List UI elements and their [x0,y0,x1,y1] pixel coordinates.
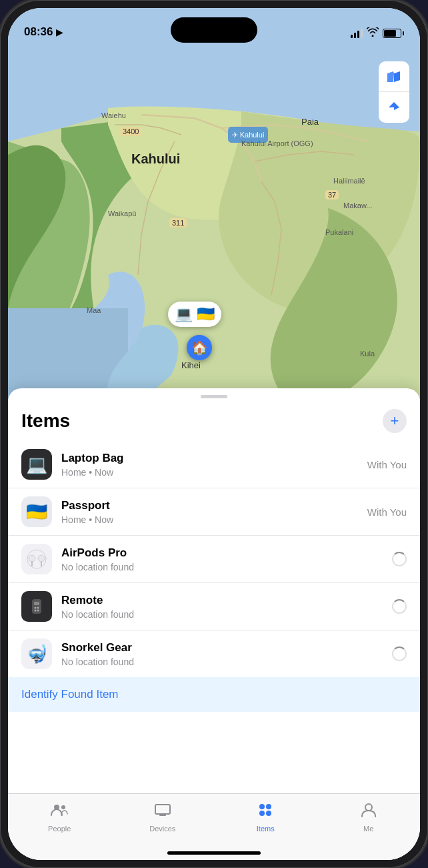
tab-bar: People Devices [8,793,420,860]
map-view-icon [387,69,401,84]
map-label-paia: Paia [301,117,319,127]
map-label-maa: Maa [87,306,101,314]
tab-devices[interactable]: Devices [111,801,215,833]
snorkel-spinner [392,646,407,661]
passport-info: Passport Home • Now [61,498,367,525]
item-row-remote[interactable]: Remote No location found [8,583,420,630]
sheet-title: Items [21,410,70,432]
map-cluster-marker[interactable]: 💻 🇺🇦 [168,302,221,327]
svg-point-26 [365,804,372,811]
svg-point-25 [266,811,271,816]
tab-items[interactable]: Items [214,801,317,833]
phone-frame: 08:36 ▶ [0,0,428,868]
item-row-snorkel[interactable]: 🤿 Snorkel Gear No location found [8,630,420,677]
item-row-laptop-bag[interactable]: 💻 Laptop Bag Home • Now With You [8,441,420,488]
passport-marker-icon: 🇺🇦 [197,306,215,323]
dynamic-island [171,17,257,43]
devices-tab-icon [153,801,172,822]
map-view-button[interactable] [379,61,409,92]
map-label-3400: 3400 [120,127,141,136]
remote-location: No location found [61,609,392,620]
airpods-location: No location found [61,562,392,572]
signal-bars [351,29,363,38]
svg-point-8 [38,555,45,562]
laptop-bag-info: Laptop Bag Home • Now [61,451,367,478]
laptop-bag-location: Home • Now [61,467,367,478]
svg-point-16 [37,610,39,612]
wifi-icon [367,27,379,39]
home-icon: 🏠 [191,340,208,356]
remote-spinner [392,599,407,614]
location-arrow-icon [387,101,401,114]
passport-name: Passport [61,498,367,513]
items-tab-icon [256,801,275,822]
identify-section: Identify Found Item [8,677,420,712]
svg-point-15 [35,610,37,612]
location-button[interactable] [379,92,409,123]
snorkel-name: Snorkel Gear [61,640,392,655]
signal-bar-4 [361,29,363,38]
status-time: 08:36 ▶ [24,25,63,39]
remote-info: Remote No location found [61,593,392,620]
people-tab-icon [50,801,69,822]
map-label-makawao: Makaw... [343,201,372,209]
signal-bar-3 [357,31,359,38]
svg-rect-12 [34,602,39,605]
map-controls [379,61,409,123]
me-tab-icon [359,801,378,822]
airpods-spinner [392,552,407,566]
map-label-waiehu: Waiehu [101,111,126,119]
devices-tab-label: Devices [149,825,175,833]
svg-point-23 [266,804,271,809]
location-arrow-icon: ▶ [56,27,63,37]
map-label-kahului: Kahului [131,151,180,167]
add-button-icon: + [391,412,399,430]
passport-icon: 🇺🇦 [21,496,52,527]
svg-point-18 [61,805,65,809]
svg-rect-11 [32,599,41,614]
airpods-info: AirPods Pro No location found [61,546,392,572]
laptop-bag-icon: 💻 [21,449,52,480]
laptop-bag-name: Laptop Bag [61,451,367,466]
phone-screen: 08:36 ▶ [8,8,420,860]
map-label-haliimaile: Haliimailē [333,177,365,185]
airpods-name: AirPods Pro [61,546,392,560]
laptop-bag-marker-icon: 💻 [175,306,193,323]
map-area: ✈ Kahului Waiehu 3400 Kahului Kahului Ai… [8,8,420,402]
passport-status: With You [367,506,407,518]
airpods-icon [21,544,52,574]
status-icons [351,27,404,39]
map-label-311: 311 [169,218,187,228]
items-list: 💻 Laptop Bag Home • Now With You 🇺🇦 Pass… [8,441,420,677]
svg-point-24 [259,811,265,816]
home-bar [167,851,261,855]
map-label-pukalani: Pukalani [325,228,353,236]
snorkel-info: Snorkel Gear No location found [61,640,392,667]
identify-found-item-link[interactable]: Identify Found Item [21,688,119,701]
svg-point-13 [35,607,37,609]
battery-icon [383,29,404,38]
item-row-airpods[interactable]: AirPods Pro No location found [8,536,420,583]
map-label-kula: Kula [360,350,375,358]
remote-icon [21,591,52,622]
passport-location: Home • Now [61,514,367,525]
map-label-37: 37 [325,190,339,199]
kihei-label: Kihei [181,360,201,370]
remote-name: Remote [61,593,392,608]
signal-bar-1 [351,35,353,38]
me-tab-label: Me [363,825,373,833]
items-tab-label: Items [257,825,275,833]
tab-people[interactable]: People [8,801,111,833]
people-tab-label: People [48,825,71,833]
laptop-bag-status: With You [367,459,407,470]
tab-me[interactable]: Me [317,801,421,833]
svg-rect-19 [155,805,170,814]
bottom-sheet: Items + 💻 Laptop Bag Home • Now With You [8,388,420,860]
svg-point-14 [37,607,39,609]
add-item-button[interactable]: + [383,409,407,433]
home-marker[interactable]: 🏠 [187,335,212,360]
item-row-passport[interactable]: 🇺🇦 Passport Home • Now With You [8,488,420,536]
snorkel-icon: 🤿 [21,638,52,669]
map-label-waikapu: Waikapū [108,209,136,218]
svg-point-22 [259,804,265,809]
